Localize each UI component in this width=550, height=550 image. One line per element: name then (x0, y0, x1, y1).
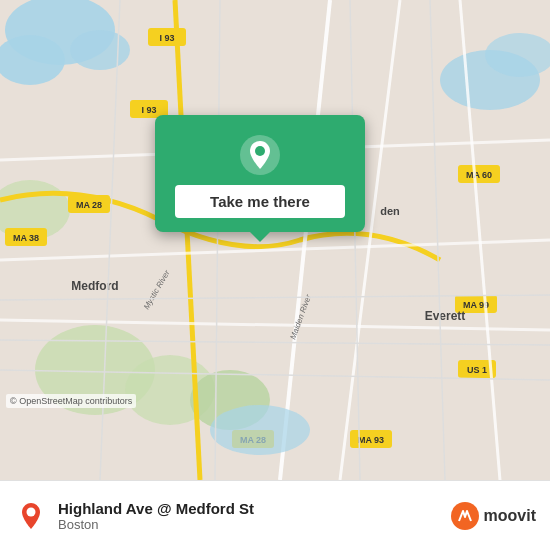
svg-text:MA 28: MA 28 (76, 200, 102, 210)
location-pin-icon (238, 133, 282, 177)
take-me-there-button[interactable]: Take me there (175, 185, 345, 218)
bottom-bar: Highland Ave @ Medford St Boston moovit (0, 480, 550, 550)
svg-point-50 (255, 146, 265, 156)
bottom-pin-icon (14, 499, 48, 533)
location-text: Highland Ave @ Medford St Boston (58, 500, 450, 532)
svg-text:Medford: Medford (71, 279, 118, 293)
moovit-brand-icon (450, 501, 480, 531)
moovit-logo: moovit (450, 501, 536, 531)
svg-text:den: den (380, 205, 400, 217)
svg-text:I 93: I 93 (141, 105, 156, 115)
svg-point-3 (70, 30, 130, 70)
location-name: Highland Ave @ Medford St (58, 500, 450, 517)
moovit-brand-text: moovit (484, 507, 536, 525)
svg-text:MA 38: MA 38 (13, 233, 39, 243)
map-svg: I 93 I 93 MA 28 MA 38 MA 60 MA 99 US 1 M… (0, 0, 550, 480)
svg-text:I 93: I 93 (159, 33, 174, 43)
svg-point-51 (27, 507, 36, 516)
map-view: I 93 I 93 MA 28 MA 38 MA 60 MA 99 US 1 M… (0, 0, 550, 480)
svg-text:Everett: Everett (425, 309, 466, 323)
svg-point-37 (210, 405, 310, 455)
location-popup[interactable]: Take me there (155, 115, 365, 232)
map-attribution: © OpenStreetMap contributors (6, 394, 136, 408)
svg-text:MA 60: MA 60 (466, 170, 492, 180)
svg-text:MA 93: MA 93 (358, 435, 384, 445)
svg-text:US 1: US 1 (467, 365, 487, 375)
location-city: Boston (58, 517, 450, 532)
